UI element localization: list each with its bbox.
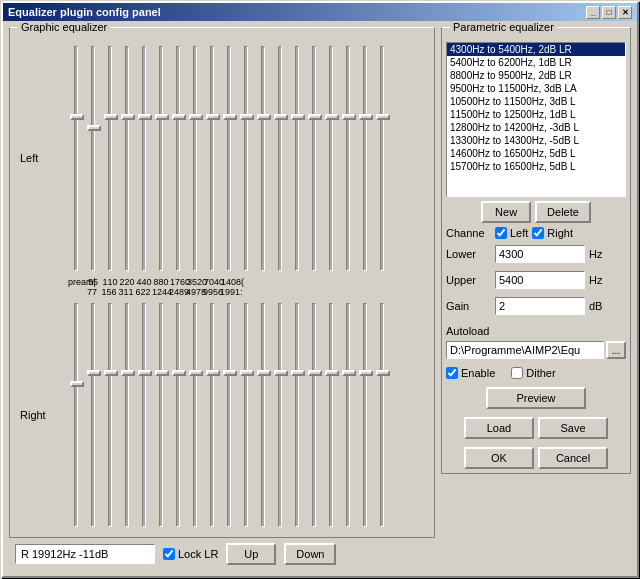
listbox-item-6[interactable]: 12800Hz to 14200Hz, -3dB L xyxy=(447,121,625,134)
new-button[interactable]: New xyxy=(481,201,531,223)
lock-lr-input[interactable] xyxy=(163,548,175,560)
right-slider-7[interactable] xyxy=(187,299,203,532)
right-slider-17[interactable] xyxy=(357,299,373,532)
right-pream-slider[interactable] xyxy=(68,299,84,532)
right-slider-2[interactable] xyxy=(102,299,118,532)
right-slider-15[interactable] xyxy=(323,299,339,532)
right-check[interactable]: Right xyxy=(532,227,573,239)
up-button[interactable]: Up xyxy=(226,543,276,565)
right-check-input[interactable] xyxy=(532,227,544,239)
right-slider-9[interactable] xyxy=(221,299,237,532)
preview-button[interactable]: Preview xyxy=(486,387,586,409)
right-slider-11[interactable] xyxy=(255,299,271,532)
right-slider-8[interactable] xyxy=(204,299,220,532)
titlebar: Equalizer plugin config panel _ □ ✕ xyxy=(3,3,637,21)
left-check-input[interactable] xyxy=(495,227,507,239)
left-slider-3[interactable] xyxy=(119,42,135,275)
right-slider-18[interactable] xyxy=(374,299,390,532)
right-slider-4[interactable] xyxy=(136,299,152,532)
lower-input[interactable] xyxy=(495,245,585,263)
right-slider-3[interactable] xyxy=(119,299,135,532)
dither-input[interactable] xyxy=(511,367,523,379)
freq-top-6: 1760 xyxy=(170,277,186,287)
upper-input[interactable] xyxy=(495,271,585,289)
left-slider-4[interactable] xyxy=(136,42,152,275)
listbox-item-5[interactable]: 11500Hz to 12500Hz, 1dB L xyxy=(447,108,625,121)
left-slider-9[interactable] xyxy=(221,42,237,275)
load-button[interactable]: Load xyxy=(464,417,534,439)
left-slider-13[interactable] xyxy=(289,42,305,275)
left-slider-6[interactable] xyxy=(170,42,186,275)
left-slider-12[interactable] xyxy=(272,42,288,275)
listbox-item-7[interactable]: 13300Hz to 14300Hz, -5dB L xyxy=(447,134,625,147)
enable-check[interactable]: Enable xyxy=(446,367,495,379)
gain-row: Gain dB xyxy=(446,295,626,317)
left-slider-10[interactable] xyxy=(238,42,254,275)
left-panel: Graphic equalizer Left xyxy=(9,27,435,570)
enable-input[interactable] xyxy=(446,367,458,379)
listbox-item-4[interactable]: 10500Hz to 11500Hz, 3dB L xyxy=(447,95,625,108)
left-slider-8[interactable] xyxy=(204,42,220,275)
maximize-button[interactable]: □ xyxy=(602,6,616,19)
left-slider-17[interactable] xyxy=(357,42,373,275)
graphic-eq-group: Graphic equalizer Left xyxy=(9,27,435,538)
right-slider-1[interactable] xyxy=(85,299,101,532)
left-channel-label: Left xyxy=(20,152,38,164)
freq-top-3: 220 xyxy=(119,277,135,287)
left-slider-15[interactable] xyxy=(323,42,339,275)
ok-button[interactable]: OK xyxy=(464,447,534,469)
browse-button[interactable]: ... xyxy=(606,341,626,359)
freq-top-7: 3520 xyxy=(187,277,203,287)
listbox-item-0[interactable]: 4300Hz to 5400Hz, 2dB LR xyxy=(447,43,625,56)
enable-dither-row: Enable Dither xyxy=(446,367,626,379)
lower-row: Lower Hz xyxy=(446,243,626,265)
left-check[interactable]: Left xyxy=(495,227,528,239)
autoload-path-input[interactable] xyxy=(446,341,604,359)
left-slider-18[interactable] xyxy=(374,42,390,275)
left-eq-section: Left xyxy=(16,42,428,275)
gain-input[interactable] xyxy=(495,297,585,315)
new-delete-row: New Delete xyxy=(446,201,626,223)
close-button[interactable]: ✕ xyxy=(618,6,632,19)
listbox-item-9[interactable]: 15700Hz to 16500Hz, 5dB L xyxy=(447,160,625,173)
freq-bot-5: 1244 xyxy=(152,287,168,297)
left-slider-5[interactable] xyxy=(153,42,169,275)
save-button[interactable]: Save xyxy=(538,417,608,439)
right-panel: Parametric equalizer 4300Hz to 5400Hz, 2… xyxy=(441,27,631,570)
listbox-item-1[interactable]: 5400Hz to 6200Hz, 1dB LR xyxy=(447,56,625,69)
listbox-item-8[interactable]: 14600Hz to 16500Hz, 5dB L xyxy=(447,147,625,160)
freq-bot-2: 156 xyxy=(101,287,117,297)
right-slider-5[interactable] xyxy=(153,299,169,532)
dither-check[interactable]: Dither xyxy=(511,367,555,379)
enable-label: Enable xyxy=(461,367,495,379)
left-slider-11[interactable] xyxy=(255,42,271,275)
cancel-button[interactable]: Cancel xyxy=(538,447,608,469)
param-listbox[interactable]: 4300Hz to 5400Hz, 2dB LR5400Hz to 6200Hz… xyxy=(446,42,626,197)
lock-lr-checkbox[interactable]: Lock LR xyxy=(163,548,218,560)
right-slider-12[interactable] xyxy=(272,299,288,532)
delete-button[interactable]: Delete xyxy=(535,201,591,223)
right-slider-6[interactable] xyxy=(170,299,186,532)
freq-labels: pream| 55 110 220 440 880 1760 3520 7040… xyxy=(16,277,428,297)
minimize-button[interactable]: _ xyxy=(586,6,600,19)
left-slider-14[interactable] xyxy=(306,42,322,275)
right-sliders-row xyxy=(16,299,428,532)
right-slider-10[interactable] xyxy=(238,299,254,532)
param-eq-label: Parametric equalizer xyxy=(450,21,557,33)
freq-bottom-row: 77 156 311 622 1244 2489 4978 9956 1991: xyxy=(68,287,428,297)
right-slider-13[interactable] xyxy=(289,299,305,532)
left-slider-7[interactable] xyxy=(187,42,203,275)
listbox-item-3[interactable]: 9500Hz to 11500Hz, 3dB LA xyxy=(447,82,625,95)
left-slider-1[interactable] xyxy=(85,42,101,275)
left-slider-2[interactable] xyxy=(102,42,118,275)
freq-top-8: 7040 xyxy=(204,277,220,287)
left-slider-16[interactable] xyxy=(340,42,356,275)
down-button[interactable]: Down xyxy=(284,543,336,565)
pream-slider[interactable] xyxy=(68,42,84,275)
right-slider-14[interactable] xyxy=(306,299,322,532)
lower-label: Lower xyxy=(446,248,491,260)
listbox-item-2[interactable]: 8800Hz to 9500Hz, 2dB LR xyxy=(447,69,625,82)
right-slider-16[interactable] xyxy=(340,299,356,532)
param-eq-group: Parametric equalizer 4300Hz to 5400Hz, 2… xyxy=(441,27,631,474)
ok-cancel-row: OK Cancel xyxy=(446,447,626,469)
